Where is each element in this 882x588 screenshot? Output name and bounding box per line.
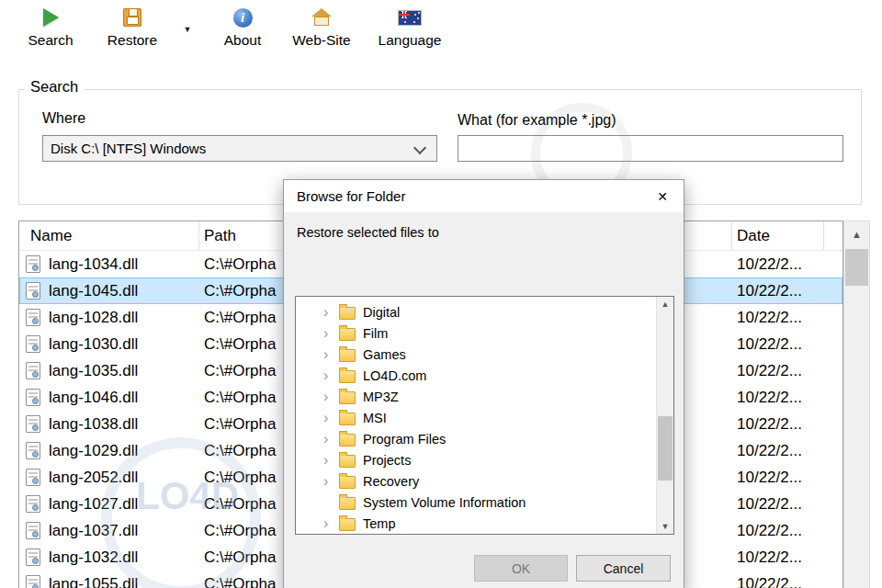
file-name-cell: lang-1034.dll	[19, 255, 199, 274]
file-name: lang-1028.dll	[49, 309, 138, 327]
folder-name: Program Files	[363, 432, 446, 447]
tree-item[interactable]: ›Digital	[296, 301, 657, 322]
file-date: 10/22/2...	[732, 255, 824, 274]
chevron-right-icon[interactable]: ›	[323, 390, 339, 404]
disk-select-value: Disk C:\ [NTFS] Windows	[51, 141, 206, 156]
chevron-right-icon[interactable]: ›	[323, 453, 339, 468]
file-name: lang-1027.dll	[49, 495, 138, 514]
dll-file-icon	[26, 548, 40, 566]
tree-item[interactable]: System Volume Information	[296, 492, 657, 513]
disk-select-dropdown[interactable]: Disk C:\ [NTFS] Windows	[42, 135, 437, 162]
tree-scrollbar-thumb[interactable]	[658, 416, 673, 481]
search-group-title: Search	[25, 78, 84, 96]
language-button[interactable]: Language	[368, 7, 452, 49]
file-name: lang-1032.dll	[49, 548, 138, 567]
tree-item[interactable]: ›Games	[296, 344, 657, 365]
tree-scroll-up-icon[interactable]: ▲	[657, 297, 673, 311]
folder-icon	[339, 328, 356, 341]
folder-name: LO4D.com	[363, 368, 426, 383]
chevron-right-icon[interactable]: ›	[323, 326, 339, 341]
file-date: 10/22/2...	[732, 575, 824, 588]
tree-scroll-down-icon[interactable]: ▼	[657, 519, 673, 534]
chevron-right-icon[interactable]: ›	[323, 347, 339, 362]
about-button[interactable]: i About	[215, 7, 270, 49]
dll-file-icon	[26, 442, 40, 459]
file-date: 10/22/2...	[732, 495, 824, 514]
file-date: 10/22/2...	[732, 442, 824, 460]
website-button[interactable]: Web-Site	[283, 7, 360, 49]
app-window: Search Restore ▼ i About Web-Site Langua…	[0, 0, 882, 588]
chevron-right-icon[interactable]: ›	[323, 474, 339, 489]
play-icon	[43, 7, 59, 28]
file-name-cell: lang-1030.dll	[19, 335, 199, 354]
ok-button[interactable]: OK	[474, 555, 568, 582]
file-mask-input[interactable]	[458, 135, 843, 162]
file-name: lang-1034.dll	[49, 255, 138, 274]
dll-file-icon	[26, 415, 40, 433]
chevron-right-icon[interactable]: ›	[323, 516, 339, 531]
file-name-cell: lang-1028.dll	[19, 309, 199, 327]
folder-icon	[339, 307, 356, 320]
file-name: lang-2052.dll	[49, 469, 138, 487]
column-header-date[interactable]: Date	[732, 221, 824, 250]
dialog-prompt: Restore selected files to	[297, 225, 439, 240]
folder-name: Recovery	[363, 474, 419, 489]
tree-item[interactable]: ›LO4D.com	[296, 365, 657, 386]
folder-icon	[339, 413, 356, 425]
file-name: lang-1038.dll	[49, 415, 138, 434]
folder-icon	[339, 518, 356, 531]
tree-item[interactable]: ›MP3Z	[296, 386, 657, 407]
chevron-right-icon[interactable]: ›	[323, 368, 339, 383]
dll-file-icon	[26, 522, 40, 539]
scroll-up-icon[interactable]: ▲	[844, 221, 869, 246]
file-date: 10/22/2...	[732, 309, 824, 327]
file-name: lang-1029.dll	[49, 442, 138, 460]
tree-item[interactable]: ›Temp	[296, 513, 657, 534]
dialog-close-button[interactable]: ✕	[641, 180, 684, 212]
home-icon	[311, 7, 332, 28]
tree-scrollbar[interactable]: ▲ ▼	[656, 297, 673, 534]
dll-file-icon	[26, 469, 40, 486]
file-name: lang-1035.dll	[49, 362, 138, 380]
folder-tree: ›Digital›Film›Games›LO4D.com›MP3Z›MSI›Pr…	[295, 296, 674, 535]
file-name-cell: lang-1035.dll	[19, 362, 199, 380]
restore-button-label: Restore	[107, 32, 157, 49]
chevron-right-icon[interactable]: ›	[323, 432, 339, 447]
dll-file-icon	[26, 309, 40, 326]
file-list-scrollbar[interactable]: ▲	[843, 220, 870, 588]
flag-icon	[399, 7, 421, 28]
tree-item[interactable]: ›MSI	[296, 407, 657, 428]
tree-item[interactable]: ›Recovery	[296, 470, 657, 492]
restore-button[interactable]: Restore	[97, 7, 167, 49]
tree-item[interactable]: ›Projects	[296, 449, 657, 470]
dialog-titlebar[interactable]: Browse for Folder	[284, 180, 684, 212]
folder-name: System Volume Information	[363, 495, 526, 510]
close-icon: ✕	[657, 189, 668, 204]
folder-icon	[339, 370, 356, 383]
folder-icon	[339, 434, 356, 447]
search-button[interactable]: Search	[22, 7, 79, 49]
folder-tree-items: ›Digital›Film›Games›LO4D.com›MP3Z›MSI›Pr…	[296, 301, 657, 534]
scrollbar-thumb[interactable]	[845, 249, 868, 286]
file-date: 10/22/2...	[732, 415, 824, 434]
cancel-button[interactable]: Cancel	[576, 555, 671, 582]
column-header-name[interactable]: Name	[19, 221, 199, 250]
file-date: 10/22/2...	[732, 362, 824, 380]
chevron-right-icon[interactable]: ›	[323, 411, 339, 425]
dll-file-icon	[26, 389, 40, 406]
chevron-down-icon	[413, 141, 426, 154]
language-button-label: Language	[379, 32, 442, 49]
folder-icon	[339, 476, 356, 489]
dialog-title: Browse for Folder	[297, 188, 405, 204]
restore-dropdown-button[interactable]: ▼	[180, 22, 195, 37]
folder-name: MSI	[363, 411, 387, 425]
dropdown-arrow-icon: ▼	[184, 25, 192, 34]
file-name: lang-1037.dll	[49, 522, 138, 540]
where-label: Where	[42, 110, 85, 127]
chevron-right-icon[interactable]: ›	[323, 305, 339, 320]
tree-item[interactable]: ›Program Files	[296, 428, 657, 449]
file-date: 10/22/2...	[732, 389, 824, 407]
file-name-cell: lang-1027.dll	[19, 495, 199, 514]
tree-item[interactable]: ›Film	[296, 322, 657, 344]
folder-icon	[339, 455, 356, 468]
